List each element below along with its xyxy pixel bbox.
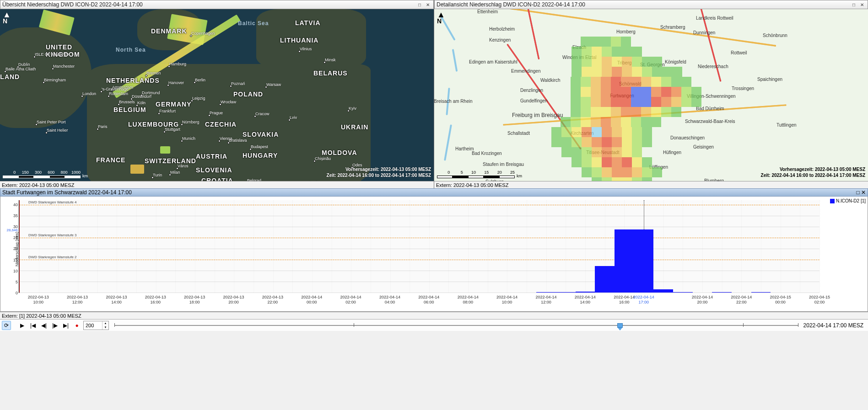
x-tick: 2022-04-1322:00	[262, 295, 283, 305]
precip-cell	[671, 107, 681, 117]
chart-title: Stadt Furtwangen im Schwarzwald 2022-04-…	[2, 189, 856, 196]
detail-city-label: Schramberg	[660, 25, 685, 30]
x-tick: 2022-04-1402:00	[340, 295, 361, 305]
bar	[673, 292, 693, 293]
x-tick: 2022-04-1502:00	[809, 295, 830, 305]
timeline-thumb[interactable]	[617, 323, 623, 328]
speed-down-button[interactable]: ▼	[102, 325, 108, 330]
record-button[interactable]: ●	[72, 321, 81, 330]
city-label: Brussels	[119, 100, 135, 104]
chart-maximize-button[interactable]: □	[856, 189, 859, 196]
y-marker-value: 28,646	[7, 228, 18, 232]
city-label: Minsk	[325, 58, 336, 62]
city-label: Munich	[182, 136, 195, 141]
detail-city-label: Waldkirch	[540, 78, 561, 83]
detail-north-arrow: ▲ N	[437, 12, 445, 25]
overview-north-arrow: ▲ N	[3, 12, 11, 25]
precip-cell	[632, 137, 642, 147]
city-label: Saint Helier	[47, 128, 68, 133]
detail-city-label: Geisingen	[693, 144, 714, 149]
detail-city-label: Edingen am Kaiserstuhl	[469, 59, 518, 64]
next-button[interactable]: |▶	[50, 321, 59, 330]
compass-icon: ▲	[3, 12, 11, 17]
precip-cell	[642, 177, 652, 181]
precip-cell	[622, 167, 632, 177]
precip-cell	[631, 97, 641, 107]
prev-button[interactable]: ◀|	[39, 321, 49, 330]
city-label: Bremen	[146, 71, 161, 75]
detail-close-button[interactable]: ✕	[858, 1, 866, 8]
plot-area[interactable]: DWD Starkregen Warnstufe 2DWD Starkregen…	[19, 200, 819, 293]
detail-titlebar[interactable]: Detailansicht Niederschlag DWD ICON-D2 2…	[434, 0, 868, 9]
chart-body[interactable]: Niederschlag (mm) 051015202530354028,646…	[0, 197, 868, 312]
country-label: MOLDOVA	[322, 149, 357, 156]
play-button[interactable]: ▶	[17, 321, 27, 330]
chart-close-button[interactable]: ✕	[861, 189, 866, 196]
overview-maximize-button[interactable]: □	[416, 1, 423, 8]
overview-close-button[interactable]: ✕	[424, 1, 431, 8]
y-tick: 25	[13, 235, 18, 240]
overview-titlebar[interactable]: Übersicht Niederschlag DWD ICON-D2 2022-…	[0, 0, 434, 9]
precip-cell	[681, 97, 691, 107]
refresh-button[interactable]: ⟳	[2, 321, 11, 330]
precip-cell	[622, 67, 632, 77]
precip-cell	[571, 77, 581, 87]
bar	[653, 289, 673, 293]
city-label: Város	[178, 164, 189, 168]
precip-cell	[642, 57, 652, 67]
speed-input[interactable]	[84, 321, 102, 330]
detail-maximize-button[interactable]: □	[850, 1, 857, 8]
city-label: Milan	[170, 170, 180, 175]
precip-cell	[661, 107, 671, 117]
sea-label: North Sea	[116, 47, 146, 53]
precip-cell	[591, 87, 601, 97]
precip-cell	[601, 37, 611, 47]
city-label: Warsaw	[266, 82, 281, 87]
x-tick: 2022-04-1318:00	[184, 295, 205, 305]
precip-cell	[591, 37, 601, 47]
precip-cell	[561, 117, 571, 127]
precip-cell	[642, 157, 652, 167]
city-label: Lviv	[290, 115, 297, 120]
city-label: Belgrad	[247, 178, 261, 181]
precip-cell	[611, 37, 621, 47]
overview-map-body[interactable]: ▲ N 01503006008001000 km Vorhersagezeit:…	[0, 9, 434, 181]
city-label: Berlin	[195, 78, 205, 82]
precip-cell	[641, 97, 651, 107]
city-label: Hamburg	[169, 62, 186, 66]
y-tick: 10	[13, 269, 18, 273]
precip-cell	[602, 57, 612, 67]
precip-cell	[591, 107, 601, 117]
precip-cell	[582, 67, 592, 77]
precip-cell	[612, 127, 622, 137]
detail-city-label: Schönbrunn	[763, 33, 787, 38]
speed-up-button[interactable]: ▲	[102, 321, 108, 325]
detail-city-label: Niedereschach	[698, 64, 728, 69]
detail-city-label: Rottweil	[731, 50, 747, 55]
timeline-slider[interactable]	[114, 322, 798, 329]
precip-cell	[571, 87, 581, 97]
city-label: Stuttgart	[165, 127, 180, 132]
country-label: AUSTRIA	[196, 153, 227, 160]
precip-cell	[632, 127, 642, 137]
precip-cell	[592, 167, 602, 177]
first-button[interactable]: |◀	[28, 321, 38, 330]
detail-city-label: Denzlingen	[520, 88, 543, 93]
detail-city-label: Hüfingen	[663, 150, 681, 155]
precip-cell	[622, 177, 632, 181]
city-label: Paris	[98, 124, 108, 129]
precip-cell	[582, 147, 592, 157]
precip-cell	[632, 57, 642, 67]
detail-map-body[interactable]: ▲ N 0510152025 km Vorhersagezeit: 2022-0…	[434, 9, 868, 181]
precip-cell	[602, 67, 612, 77]
detail-city-label: Hartheim	[455, 146, 474, 151]
x-tick: 2022-04-1414:00	[575, 295, 596, 305]
detail-city-label: Trossingen	[732, 86, 754, 91]
city-label: Frankfurt	[159, 109, 176, 113]
last-button[interactable]: ▶|	[61, 321, 70, 330]
chart-titlebar[interactable]: Stadt Furtwangen im Schwarzwald 2022-04-…	[0, 188, 868, 197]
precip-cell	[632, 157, 642, 167]
precip-cell	[622, 57, 632, 67]
precip-cell	[592, 67, 602, 77]
precip-cell	[571, 127, 582, 137]
